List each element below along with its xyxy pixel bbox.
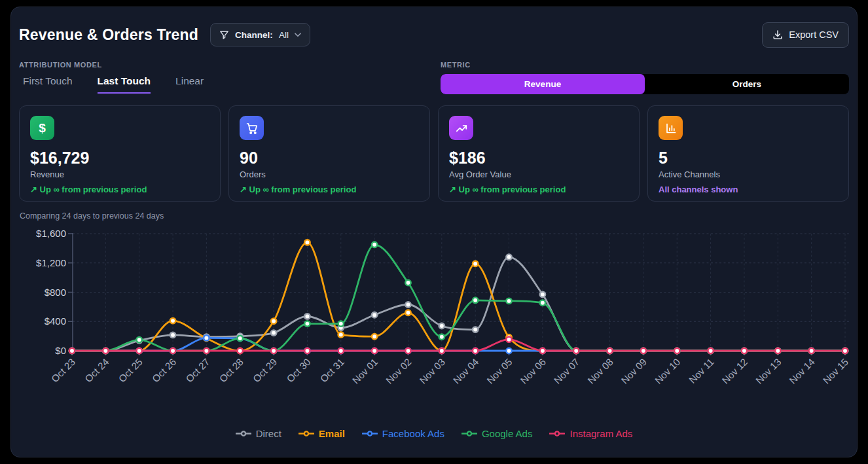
- data-point[interactable]: [69, 348, 75, 353]
- data-point[interactable]: [338, 332, 344, 337]
- data-point[interactable]: [271, 330, 276, 335]
- orders-value: 90: [240, 149, 419, 168]
- data-point[interactable]: [338, 321, 344, 326]
- metric-section-label: METRIC: [441, 61, 849, 69]
- data-point[interactable]: [304, 313, 310, 319]
- metric-option-orders[interactable]: Orders: [645, 74, 849, 94]
- data-point[interactable]: [405, 280, 410, 285]
- data-point[interactable]: [338, 348, 344, 353]
- data-point[interactable]: [238, 348, 243, 353]
- legend-line-icon: [236, 430, 251, 437]
- data-point[interactable]: [304, 321, 310, 326]
- cart-icon: [240, 116, 264, 140]
- data-point[interactable]: [540, 348, 545, 353]
- data-point[interactable]: [708, 348, 713, 353]
- x-axis-label: Nov 04: [451, 356, 481, 386]
- data-point[interactable]: [271, 348, 276, 353]
- data-point[interactable]: [372, 334, 377, 339]
- channel-filter-label: Channel:: [235, 30, 273, 40]
- data-point[interactable]: [271, 319, 276, 324]
- y-axis-label: $1,600: [36, 228, 66, 239]
- revenue-orders-panel: Revenue & Orders Trend Channel: All Expo…: [10, 7, 858, 457]
- stat-card-revenue: $ $16,729 Revenue ↗ Up ∞ from previous p…: [19, 105, 221, 202]
- data-point[interactable]: [405, 348, 410, 353]
- data-point[interactable]: [439, 334, 444, 340]
- data-point[interactable]: [473, 261, 478, 266]
- data-point[interactable]: [607, 348, 612, 353]
- y-axis-label: $400: [45, 315, 66, 327]
- series-line-facebook-ads: [72, 338, 845, 351]
- header: Revenue & Orders Trend Channel: All Expo…: [19, 22, 849, 48]
- data-point[interactable]: [238, 336, 243, 341]
- data-point[interactable]: [842, 348, 848, 353]
- download-icon: [772, 29, 783, 40]
- data-point[interactable]: [372, 242, 377, 247]
- data-point[interactable]: [641, 348, 646, 353]
- data-point[interactable]: [674, 348, 679, 353]
- data-point[interactable]: [304, 348, 310, 353]
- data-point[interactable]: [473, 327, 478, 332]
- bar-chart-icon: [659, 116, 683, 140]
- data-point[interactable]: [304, 240, 310, 245]
- data-point[interactable]: [473, 298, 478, 303]
- data-point[interactable]: [742, 348, 747, 353]
- data-point[interactable]: [136, 348, 141, 353]
- data-point[interactable]: [170, 332, 175, 338]
- horizontal-gridlines: [73, 234, 849, 321]
- tab-linear[interactable]: Linear: [175, 75, 204, 94]
- legend-label: Facebook Ads: [382, 428, 444, 439]
- export-csv-button[interactable]: Export CSV: [762, 22, 849, 48]
- legend-item-instagram-ads[interactable]: Instagram Ads: [549, 428, 632, 439]
- legend-item-facebook-ads[interactable]: Facebook Ads: [362, 428, 444, 439]
- metric-section: METRIC Revenue Orders: [441, 61, 849, 94]
- data-point[interactable]: [204, 335, 209, 340]
- data-point[interactable]: [775, 348, 780, 353]
- data-point[interactable]: [506, 348, 511, 353]
- x-axis-labels: Oct 23Oct 24Oct 25Oct 26Oct 27Oct 28Oct …: [49, 356, 850, 386]
- data-point[interactable]: [204, 348, 209, 353]
- data-point[interactable]: [808, 348, 814, 353]
- data-point[interactable]: [540, 300, 545, 306]
- legend-item-direct[interactable]: Direct: [236, 428, 281, 439]
- data-point[interactable]: [439, 323, 444, 329]
- legend-item-google-ads[interactable]: Google Ads: [461, 428, 533, 439]
- data-point[interactable]: [405, 310, 410, 315]
- data-point[interactable]: [170, 348, 175, 353]
- data-point[interactable]: [372, 312, 377, 317]
- metric-option-revenue[interactable]: Revenue: [441, 74, 645, 94]
- data-point[interactable]: [506, 255, 511, 260]
- chevron-down-icon: [295, 33, 301, 37]
- x-axis-label: Nov 02: [384, 356, 414, 386]
- data-point[interactable]: [506, 337, 511, 342]
- comparison-note: Comparing 24 days to previous 24 days: [19, 211, 849, 221]
- stat-cards: $ $16,729 Revenue ↗ Up ∞ from previous p…: [19, 105, 849, 202]
- data-point[interactable]: [573, 348, 579, 353]
- controls-row: ATTRIBUTION MODEL First Touch Last Touch…: [19, 61, 849, 94]
- aov-value: $186: [449, 149, 628, 168]
- data-point[interactable]: [103, 348, 108, 353]
- trend-chart: $0$400$800$1,200$1,600Oct 23Oct 24Oct 25…: [19, 223, 850, 398]
- data-point[interactable]: [136, 337, 141, 342]
- data-point[interactable]: [405, 302, 410, 307]
- x-axis-label: Nov 07: [552, 356, 582, 386]
- channel-filter-button[interactable]: Channel: All: [210, 23, 310, 46]
- data-point[interactable]: [473, 348, 478, 353]
- data-point[interactable]: [506, 298, 511, 304]
- x-axis-label: Nov 05: [484, 356, 515, 386]
- vertical-gridlines: [105, 234, 845, 351]
- tab-first-touch[interactable]: First Touch: [23, 75, 73, 94]
- x-axis-label: Nov 01: [350, 356, 380, 386]
- legend-line-icon: [549, 430, 565, 437]
- legend-item-email[interactable]: Email: [298, 428, 345, 439]
- data-point[interactable]: [170, 318, 175, 323]
- data-point[interactable]: [439, 348, 444, 353]
- funnel-icon: [219, 30, 229, 40]
- channel-filter-value: All: [279, 30, 289, 40]
- tab-last-touch[interactable]: Last Touch: [98, 75, 151, 94]
- page-title: Revenue & Orders Trend: [19, 26, 198, 44]
- x-axis-label: Nov 03: [417, 356, 447, 386]
- data-point[interactable]: [540, 292, 545, 297]
- y-axis-label: $0: [55, 345, 66, 356]
- x-axis-label: Oct 28: [217, 356, 245, 384]
- data-point[interactable]: [372, 348, 377, 353]
